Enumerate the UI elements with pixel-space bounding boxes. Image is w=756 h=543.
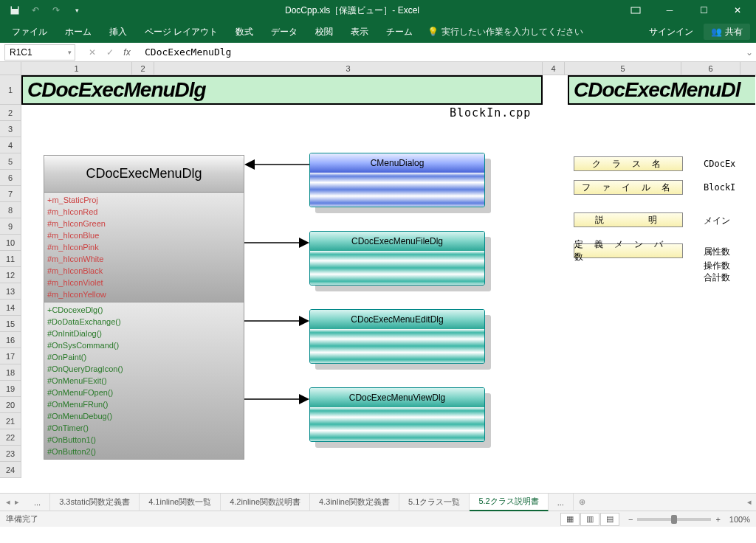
title-cell[interactable]: CDocExecMenuDlg xyxy=(21,75,543,105)
sheet-tab[interactable]: 5.2クラス説明書 xyxy=(470,494,548,511)
cancel-formula-icon[interactable]: ✕ xyxy=(84,44,100,60)
sheet-tab[interactable]: 4.1inline関数一覧 xyxy=(140,494,221,511)
ribbon-options-icon[interactable] xyxy=(619,0,653,21)
sheet-tab[interactable]: 5.1クラス一覧 xyxy=(399,494,470,511)
svg-marker-11 xyxy=(299,394,309,404)
row-header[interactable]: 18 xyxy=(0,364,21,381)
zoom-out-icon[interactable]: − xyxy=(628,515,633,524)
related-class-name: CDocExecMenuViewDlg xyxy=(310,388,484,407)
row-header[interactable]: 5 xyxy=(0,153,21,170)
view-break-icon[interactable]: ▤ xyxy=(600,513,619,526)
titlebar: ↶ ↷ ▾ DocCpp.xls［保護ビュー］- Excel ─ ☐ ✕ xyxy=(0,0,756,21)
row-header[interactable]: 21 xyxy=(0,413,21,429)
view-normal-icon[interactable]: ▦ xyxy=(560,513,580,526)
tab-home[interactable]: ホーム xyxy=(56,21,100,43)
tab-file[interactable]: ファイル xyxy=(3,21,56,43)
row-header[interactable]: 13 xyxy=(0,283,21,300)
col-header[interactable]: 2 xyxy=(132,62,154,75)
tell-me[interactable]: 💡 実行したい作業を入力してください xyxy=(427,26,583,38)
spreadsheet-grid[interactable]: 1 2 3 4 5 6 1234567891011121314151617181… xyxy=(0,62,756,493)
info-label: ク ラ ス 名 xyxy=(574,156,683,171)
signin-link[interactable]: サインイン xyxy=(642,26,701,38)
row-header[interactable]: 8 xyxy=(0,202,21,218)
sheet-tab[interactable]: ... xyxy=(25,494,50,511)
tab-insert[interactable]: 挿入 xyxy=(100,21,136,43)
zoom-in-icon[interactable]: + xyxy=(715,515,720,524)
row-header[interactable]: 24 xyxy=(0,462,21,478)
tab-team[interactable]: チーム xyxy=(377,21,422,43)
row-header[interactable]: 20 xyxy=(0,397,21,413)
tab-view[interactable]: 表示 xyxy=(342,21,377,43)
row-header[interactable]: 6 xyxy=(0,170,21,186)
sheet-tab[interactable]: ... xyxy=(549,494,574,511)
select-all-corner[interactable] xyxy=(0,62,21,75)
tab-nav[interactable]: ◂▸ xyxy=(0,497,25,507)
sheet-tab[interactable]: 4.2inline関数説明書 xyxy=(221,494,310,511)
row-header[interactable]: 23 xyxy=(0,446,21,462)
title-cell-right[interactable]: CDocExecMenuDl xyxy=(568,75,755,105)
class-name: CDocExecMenuDlg xyxy=(44,156,244,193)
row-header[interactable]: 22 xyxy=(0,429,21,446)
close-icon[interactable]: ✕ xyxy=(721,0,755,21)
info-value: CDocEx xyxy=(704,159,735,169)
row-header[interactable]: 19 xyxy=(0,381,21,397)
row-header[interactable]: 3 xyxy=(0,121,21,137)
col-header[interactable]: 1 xyxy=(21,62,132,75)
save-icon[interactable] xyxy=(6,2,24,18)
formula-bar[interactable]: CDocExecMenuDlg xyxy=(139,46,743,58)
sheet-tab[interactable]: 3.3static関数定義書 xyxy=(50,494,140,511)
tab-data[interactable]: データ xyxy=(262,21,306,43)
tab-review[interactable]: 校閲 xyxy=(306,21,342,43)
expand-formula-icon[interactable]: ⌄ xyxy=(743,47,756,58)
sheet-tab[interactable]: 4.3inline関数定義書 xyxy=(310,494,399,511)
status-text: 準備完了 xyxy=(6,513,38,525)
undo-icon[interactable]: ↶ xyxy=(27,2,44,18)
row-header[interactable]: 15 xyxy=(0,316,21,332)
cells-area[interactable]: CDocExecMenuDlg CDocExecMenuDl BlockIn.c… xyxy=(21,75,756,493)
svg-rect-2 xyxy=(12,6,18,9)
row-header[interactable]: 14 xyxy=(0,300,21,316)
zoom-control[interactable]: − + 100% xyxy=(628,515,750,524)
redo-icon[interactable]: ↷ xyxy=(47,2,65,18)
hscroll-left-icon[interactable]: ◂ xyxy=(743,497,756,507)
row-header[interactable]: 9 xyxy=(0,218,21,235)
statusbar: 準備完了 ▦ ▥ ▤ − + 100% xyxy=(0,511,756,527)
maximize-icon[interactable]: ☐ xyxy=(687,0,721,21)
qat-dropdown-icon[interactable]: ▾ xyxy=(68,2,86,18)
file-label: BlockIn.cpp xyxy=(450,106,531,120)
related-class-box: CMenuDialog xyxy=(309,153,485,207)
accept-formula-icon[interactable]: ✓ xyxy=(102,44,118,60)
quick-access-toolbar: ↶ ↷ ▾ xyxy=(1,2,86,18)
related-class-name: CDocExecMenuFileDlg xyxy=(310,232,484,251)
related-class-box: CDocExecMenuEditDlg xyxy=(309,309,485,364)
share-button[interactable]: 👥 共有 xyxy=(704,24,750,40)
add-sheet-icon[interactable]: ⊕ xyxy=(574,497,591,507)
minimize-icon[interactable]: ─ xyxy=(653,0,687,21)
info-value: BlockI xyxy=(704,182,735,193)
formula-bar-row: R1C1 ✕ ✓ fx CDocExecMenuDlg ⌄ xyxy=(0,43,756,62)
row-header[interactable]: 1 xyxy=(0,75,21,105)
row-header[interactable]: 17 xyxy=(0,348,21,364)
row-header[interactable]: 7 xyxy=(0,186,21,202)
col-header[interactable]: 6 xyxy=(681,62,740,75)
col-header[interactable]: 4 xyxy=(543,62,565,75)
fx-icon[interactable]: fx xyxy=(120,44,134,60)
related-class-name: CDocExecMenuEditDlg xyxy=(310,310,484,329)
name-box[interactable]: R1C1 xyxy=(4,44,75,60)
row-header[interactable]: 11 xyxy=(0,251,21,267)
col-header[interactable]: 3 xyxy=(154,62,543,75)
svg-marker-5 xyxy=(244,159,255,170)
row-header[interactable]: 10 xyxy=(0,235,21,251)
tab-first-icon[interactable]: ◂ xyxy=(4,497,12,507)
zoom-slider[interactable] xyxy=(637,518,711,521)
view-layout-icon[interactable]: ▥ xyxy=(580,513,599,526)
row-header[interactable]: 2 xyxy=(0,105,21,121)
tab-layout[interactable]: ページ レイアウト xyxy=(136,21,227,43)
tab-formulas[interactable]: 数式 xyxy=(227,21,262,43)
row-header[interactable]: 4 xyxy=(0,137,21,153)
svg-rect-3 xyxy=(631,7,640,13)
row-header[interactable]: 12 xyxy=(0,267,21,283)
tab-last-icon[interactable]: ▸ xyxy=(13,497,21,507)
col-header[interactable]: 5 xyxy=(565,62,681,75)
row-header[interactable]: 16 xyxy=(0,332,21,348)
